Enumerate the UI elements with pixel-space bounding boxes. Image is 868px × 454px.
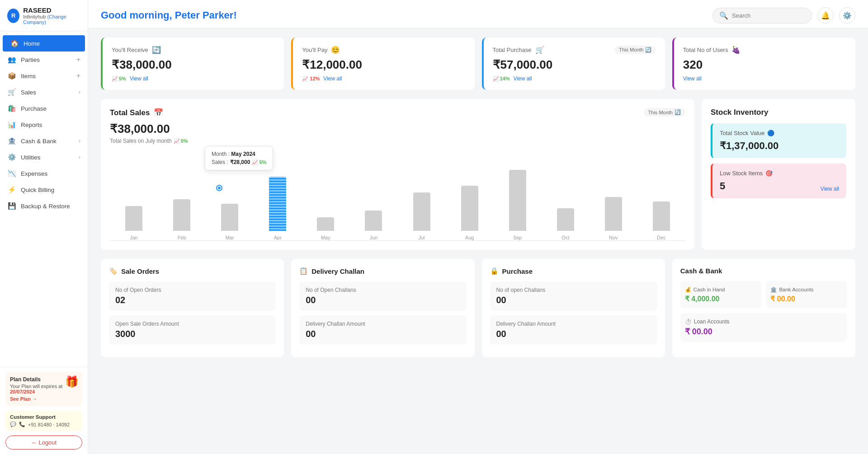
bar-nov[interactable] xyxy=(605,197,622,231)
search-input[interactable] xyxy=(732,12,805,19)
bar-label-jan: Jan xyxy=(130,235,138,240)
purchase-badge: 📈 14% xyxy=(493,76,510,82)
bar-group-may[interactable]: May xyxy=(302,150,349,240)
stat-label-purchase: Total Purchase xyxy=(493,47,532,53)
bar-may[interactable] xyxy=(317,217,334,231)
notification-button[interactable]: 🔔 xyxy=(817,7,834,23)
pay-viewall[interactable]: View all xyxy=(323,75,342,82)
parties-icon: 👥 xyxy=(7,56,16,64)
add-parties-icon[interactable]: + xyxy=(76,56,80,64)
support-box: Customer Support 💬 📞 +91 81480 · 14092 xyxy=(5,411,82,431)
greeting-prefix: Good morning, xyxy=(101,9,175,21)
users-viewall[interactable]: View all xyxy=(683,75,702,82)
open-orders-label: No of Open Orders xyxy=(115,287,269,293)
sidebar-item-parties[interactable]: 👥 Parties + xyxy=(0,51,88,68)
utilities-icon: ⚙️ xyxy=(7,153,16,161)
low-stock-viewall[interactable]: View all xyxy=(821,186,839,192)
purchase-viewall[interactable]: View all xyxy=(514,75,532,82)
purchase-amount-label: Delivery Challan Amount xyxy=(496,321,651,327)
pay-icon: 😊 xyxy=(331,46,340,54)
sidebar-item-sales[interactable]: 🛒 Sales › xyxy=(0,84,88,100)
bar-group-feb[interactable]: Feb xyxy=(158,150,206,240)
search-box[interactable]: 🔍 xyxy=(712,8,812,23)
bar-apr[interactable] xyxy=(269,177,286,231)
purchase-stat-icon: 🛒 xyxy=(535,46,544,54)
cash-in-hand-label: 💰 Cash in Hand xyxy=(685,286,757,293)
bottom-row: 🏷️ Sale Orders No of Open Orders 02 Open… xyxy=(101,259,855,357)
content-row: Total Sales 📅 This Month 🔄 ₹38,000.00 To… xyxy=(101,99,855,250)
cash-in-hand-item: 💰 Cash in Hand ₹ 4,000.00 xyxy=(680,281,762,309)
see-plan-link[interactable]: See Plan → xyxy=(10,396,78,402)
sidebar-item-utilities[interactable]: ⚙️ Utilities › xyxy=(0,149,88,165)
delivery-open-box: No of Open Challans 00 xyxy=(299,281,466,311)
stat-value-purchase: ₹57,000.00 xyxy=(493,58,656,72)
bar-sep[interactable] xyxy=(509,170,526,231)
bar-aug[interactable] xyxy=(461,186,478,231)
bar-dec[interactable] xyxy=(653,201,670,231)
chart-this-month[interactable]: This Month 🔄 xyxy=(644,108,685,117)
bar-jul[interactable] xyxy=(413,192,430,231)
bar-chart: JanFebMarAprMayJunJulAugSepOctNovDec Mon… xyxy=(110,150,685,241)
sidebar-item-label: Parties xyxy=(21,56,40,63)
logo-text: RASEED xyxy=(23,6,80,14)
loan-icon: ⏱️ xyxy=(685,318,692,325)
sidebar-item-home[interactable]: 🏠 Home xyxy=(3,35,85,51)
bar-jun[interactable] xyxy=(365,211,382,231)
sidebar-item-expenses[interactable]: 📉 Expenses xyxy=(0,165,88,182)
delivery-amount-label: Delivery Challan Amount xyxy=(306,321,460,327)
bar-group-jan[interactable]: Jan xyxy=(110,150,158,240)
add-items-icon[interactable]: + xyxy=(76,72,80,80)
bar-group-nov[interactable]: Nov xyxy=(590,150,637,240)
cash-in-hand-value: ₹ 4,000.00 xyxy=(685,295,757,303)
settings-button[interactable]: ⚙️ xyxy=(839,7,855,23)
sidebar-item-items[interactable]: 📦 Items + xyxy=(0,68,88,84)
bar-group-aug[interactable]: Aug xyxy=(446,150,494,240)
bar-group-oct[interactable]: Oct xyxy=(542,150,590,240)
sidebar-logo: R RASEED Infinityhub (Change Company) xyxy=(0,0,88,32)
header-right: 🔍 🔔 ⚙️ xyxy=(712,7,855,23)
logout-button[interactable]: ← Logout xyxy=(5,435,82,449)
whatsapp-icon: 💬 xyxy=(10,421,16,427)
stat-card-pay: You'll Pay 😊 ₹12,000.00 📈 12% View all xyxy=(291,37,474,90)
open-orders-box: No of Open Orders 02 xyxy=(109,281,276,311)
sidebar-item-backup[interactable]: 💾 Backup & Restore xyxy=(0,198,88,214)
chart-subtitle-badge: 📈 5% xyxy=(174,138,188,144)
total-stock-value: ₹1,37,000.00 xyxy=(720,140,839,152)
sidebar-item-purchase[interactable]: 🛍️ Purchase xyxy=(0,100,88,117)
sidebar-item-reports[interactable]: 📊 Reports xyxy=(0,117,88,133)
bar-group-jul[interactable]: Jul xyxy=(397,150,445,240)
sale-orders-title: 🏷️ Sale Orders xyxy=(109,267,276,275)
stock-inventory-card: Stock Inventory Total Stock Value 🔵 ₹1,3… xyxy=(702,99,855,250)
bar-group-sep[interactable]: Sep xyxy=(494,150,542,240)
bar-jan[interactable] xyxy=(125,206,142,231)
sidebar-item-label: Cash & Bank xyxy=(21,138,57,145)
backup-icon: 💾 xyxy=(7,202,16,210)
stat-card-purchase: Total Purchase 🛒 This Month 🔄 ₹57,000.00… xyxy=(482,37,665,90)
bar-group-dec[interactable]: Dec xyxy=(637,150,685,240)
bar-label-sep: Sep xyxy=(513,235,522,240)
receive-viewall[interactable]: View all xyxy=(130,75,148,82)
low-stock-value: 5 xyxy=(720,180,725,192)
stat-value-pay: ₹12,000.00 xyxy=(302,58,465,72)
bar-label-nov: Nov xyxy=(609,235,618,240)
sidebar-item-cash-bank[interactable]: 🏦 Cash & Bank › xyxy=(0,133,88,149)
loan-value: ₹ 00.00 xyxy=(685,327,843,337)
low-stock-items-card: Low Stock Items 🎯 5 View all xyxy=(711,164,846,198)
sidebar-item-label: Sales xyxy=(21,89,36,96)
sales-arrow-icon: › xyxy=(79,89,80,95)
sidebar-item-label: Purchase xyxy=(21,105,47,112)
purchase-open-label: No of open Challans xyxy=(496,287,651,293)
bar-oct[interactable] xyxy=(557,208,574,231)
support-contacts: 💬 📞 +91 81480 · 14092 xyxy=(10,421,78,427)
bar-mar[interactable] xyxy=(221,204,238,231)
bank-icon: 🏛️ xyxy=(770,286,777,293)
bar-label-jul: Jul xyxy=(418,235,425,240)
quick-billing-icon: ⚡ xyxy=(7,186,16,194)
sidebar-item-quick-billing[interactable]: ⚡ Quick Billing xyxy=(0,182,88,198)
bar-group-jun[interactable]: Jun xyxy=(349,150,397,240)
cash-icon: 💰 xyxy=(685,286,691,293)
this-month-badge[interactable]: This Month 🔄 xyxy=(614,46,656,54)
stat-header-purchase: Total Purchase 🛒 This Month 🔄 xyxy=(493,46,656,54)
stats-row: You'll Receive 🔄 ₹38,000.00 📈 5% View al… xyxy=(101,37,855,90)
bar-feb[interactable] xyxy=(173,199,190,231)
